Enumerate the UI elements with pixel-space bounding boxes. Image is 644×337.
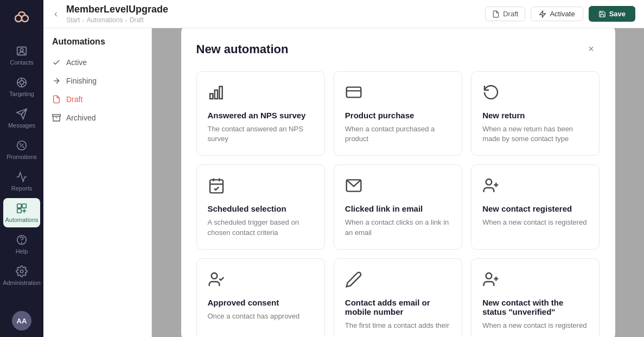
card-scheduled-title: Scheduled selection bbox=[208, 204, 314, 213]
cards-grid: Answered an NPS survey The contact answe… bbox=[196, 71, 600, 338]
sidebar-item-automations[interactable]: Automations bbox=[3, 198, 40, 227]
svg-rect-14 bbox=[17, 204, 21, 208]
card-new-contact[interactable]: New contact registered When a new contac… bbox=[471, 164, 600, 250]
calendar-check-icon bbox=[208, 177, 314, 196]
svg-rect-24 bbox=[210, 93, 213, 98]
chart-bar-icon bbox=[208, 84, 314, 103]
left-panel-item-archived[interactable]: Archived bbox=[43, 109, 151, 127]
envelope-icon bbox=[345, 177, 451, 196]
card-new-return[interactable]: New return When a new return has been ma… bbox=[471, 71, 600, 156]
avatar[interactable]: AA bbox=[12, 311, 31, 330]
svg-rect-16 bbox=[17, 209, 21, 213]
svg-point-34 bbox=[486, 179, 492, 185]
card-new-contact-desc: When a new contact is registered bbox=[482, 218, 588, 228]
sidebar-item-contacts[interactable]: Contacts bbox=[3, 41, 40, 70]
breadcrumb-automations[interactable]: Automations bbox=[87, 16, 123, 24]
breadcrumb: Start › Automations › Draft bbox=[66, 16, 168, 24]
close-icon: × bbox=[588, 43, 594, 55]
svg-marker-20 bbox=[540, 11, 546, 17]
modal-overlay: New automation × bbox=[152, 28, 644, 337]
card-approved-consent[interactable]: Approved consent Once a contact has appr… bbox=[196, 258, 325, 337]
activate-label: Activate bbox=[550, 10, 575, 18]
new-automation-modal: New automation × bbox=[181, 28, 615, 337]
archived-icon bbox=[52, 113, 61, 122]
left-panel-item-active[interactable]: Active bbox=[43, 53, 151, 72]
user-plus-icon bbox=[482, 177, 588, 196]
svg-rect-26 bbox=[219, 86, 222, 99]
svg-point-38 bbox=[486, 273, 492, 279]
card-new-contact-title: New contact registered bbox=[482, 204, 588, 213]
activate-button[interactable]: Activate bbox=[531, 7, 583, 21]
modal-title: New automation bbox=[196, 42, 289, 56]
breadcrumb-sep-2: › bbox=[125, 16, 127, 24]
left-panel-archived-label: Archived bbox=[66, 113, 95, 122]
card-scheduled-desc: A scheduled trigger based on chosen cont… bbox=[208, 218, 314, 238]
card-consent-desc: Once a contact has approved bbox=[208, 311, 314, 322]
sidebar-item-help[interactable]: Help bbox=[3, 230, 40, 259]
breadcrumb-sep-1: › bbox=[82, 16, 84, 24]
sidebar-item-administration[interactable]: Administration bbox=[3, 261, 40, 290]
sidebar-item-admin-label: Administration bbox=[3, 279, 41, 286]
return-arrow-icon bbox=[482, 84, 588, 103]
topbar: ‹ MemberLevelUpgrade Start › Automations… bbox=[43, 0, 644, 28]
sidebar-item-contacts-label: Contacts bbox=[10, 59, 33, 66]
sidebar-item-targeting-label: Targeting bbox=[9, 91, 34, 97]
card-product-purchase[interactable]: Product purchase When a contact purchase… bbox=[334, 71, 462, 156]
card-contact-adds[interactable]: Contact adds email or mobile number The … bbox=[334, 258, 462, 337]
app-logo bbox=[12, 7, 31, 30]
card-link-desc: When a contact clicks on a link in an em… bbox=[345, 218, 451, 238]
back-button[interactable]: ‹ bbox=[52, 6, 60, 22]
card-purchase-desc: When a contact purchased a product bbox=[345, 124, 451, 145]
card-scheduled[interactable]: Scheduled selection A scheduled trigger … bbox=[196, 164, 325, 250]
svg-point-18 bbox=[22, 243, 22, 243]
save-button[interactable]: Save bbox=[589, 6, 635, 22]
svg-rect-29 bbox=[210, 180, 223, 193]
left-panel-active-label: Active bbox=[66, 58, 87, 67]
svg-point-3 bbox=[20, 48, 23, 52]
user-plus-2-icon bbox=[482, 271, 588, 290]
save-label: Save bbox=[609, 10, 626, 18]
card-clicked-link[interactable]: Clicked link in email When a contact cli… bbox=[334, 164, 462, 250]
sidebar-item-promotions[interactable]: Promotions bbox=[3, 135, 40, 164]
svg-point-0 bbox=[15, 15, 22, 22]
finishing-icon bbox=[52, 77, 61, 85]
svg-rect-27 bbox=[346, 87, 361, 97]
page-title: MemberLevelUpgrade bbox=[66, 4, 168, 15]
card-purchase-title: Product purchase bbox=[345, 111, 451, 120]
card-unverified-title: New contact with the status "unverified" bbox=[482, 298, 588, 316]
draft-label: Draft bbox=[503, 10, 518, 18]
user-check-icon bbox=[208, 271, 314, 290]
sidebar-item-promotions-label: Promotions bbox=[7, 154, 37, 160]
pencil-icon bbox=[345, 271, 451, 290]
save-icon bbox=[598, 10, 606, 18]
sidebar-item-help-label: Help bbox=[16, 248, 28, 255]
modal-close-button[interactable]: × bbox=[583, 41, 600, 58]
active-icon bbox=[52, 58, 61, 67]
card-nps-survey[interactable]: Answered an NPS survey The contact answe… bbox=[196, 71, 325, 156]
main-area: ‹ MemberLevelUpgrade Start › Automations… bbox=[43, 0, 644, 337]
card-return-title: New return bbox=[482, 111, 588, 120]
svg-rect-15 bbox=[22, 204, 26, 208]
cards-container: Answered an NPS survey The contact answe… bbox=[196, 71, 600, 338]
left-panel-item-draft[interactable]: Draft bbox=[43, 90, 151, 109]
breadcrumb-start[interactable]: Start bbox=[66, 16, 80, 24]
credit-card-icon bbox=[345, 84, 451, 103]
card-unverified-desc: When a new contact is registered bbox=[482, 321, 588, 331]
lightning-icon bbox=[539, 10, 546, 18]
svg-point-1 bbox=[22, 15, 28, 22]
card-unverified[interactable]: New contact with the status "unverified"… bbox=[471, 258, 600, 337]
draft-status-badge[interactable]: Draft bbox=[485, 7, 525, 21]
card-nps-title: Answered an NPS survey bbox=[208, 111, 314, 120]
sidebar-item-reports-label: Reports bbox=[11, 185, 33, 192]
sidebar-item-messages[interactable]: Messages bbox=[3, 104, 40, 133]
sidebar-item-automations-label: Automations bbox=[5, 217, 38, 223]
sidebar-item-reports[interactable]: Reports bbox=[3, 167, 40, 196]
card-adds-title: Contact adds email or mobile number bbox=[345, 298, 451, 316]
left-panel-title: Automations bbox=[43, 37, 151, 53]
left-panel-item-finishing[interactable]: Finishing bbox=[43, 72, 151, 90]
document-icon bbox=[492, 10, 500, 18]
card-link-title: Clicked link in email bbox=[345, 204, 451, 213]
sidebar-item-targeting[interactable]: Targeting bbox=[3, 72, 40, 101]
draft-icon bbox=[52, 95, 61, 104]
breadcrumb-draft[interactable]: Draft bbox=[130, 16, 144, 24]
